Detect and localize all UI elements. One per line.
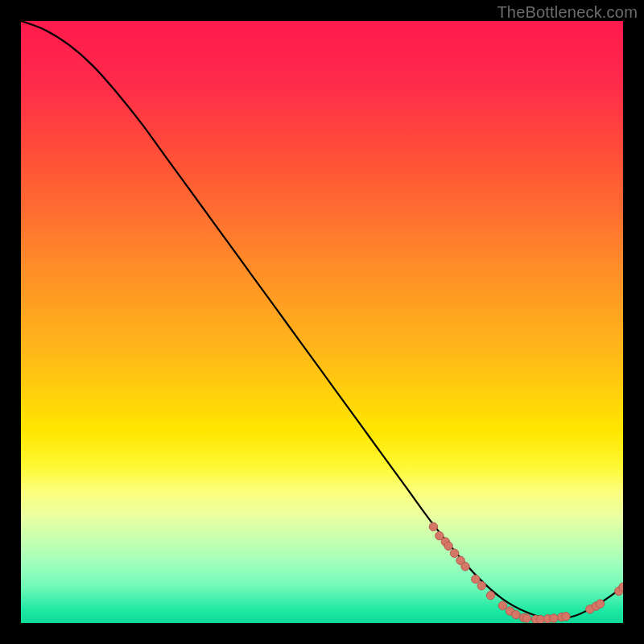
bottleneck-curve (21, 21, 623, 619)
data-point (596, 600, 604, 608)
data-point (512, 610, 520, 618)
data-point (472, 575, 480, 583)
data-point (562, 613, 570, 621)
watermark-text: TheBottleneck.com (497, 3, 638, 22)
data-point (486, 591, 494, 599)
data-point (461, 562, 469, 570)
curve-layer (21, 21, 623, 623)
data-point (522, 614, 530, 622)
data-point (450, 549, 458, 557)
plot-area (21, 21, 623, 623)
data-point (550, 614, 558, 622)
data-point (477, 581, 485, 589)
chart-frame: TheBottleneck.com (0, 0, 644, 644)
data-point (498, 601, 506, 609)
data-point (429, 522, 437, 530)
data-point (444, 542, 452, 550)
scatter-dots (429, 522, 623, 623)
